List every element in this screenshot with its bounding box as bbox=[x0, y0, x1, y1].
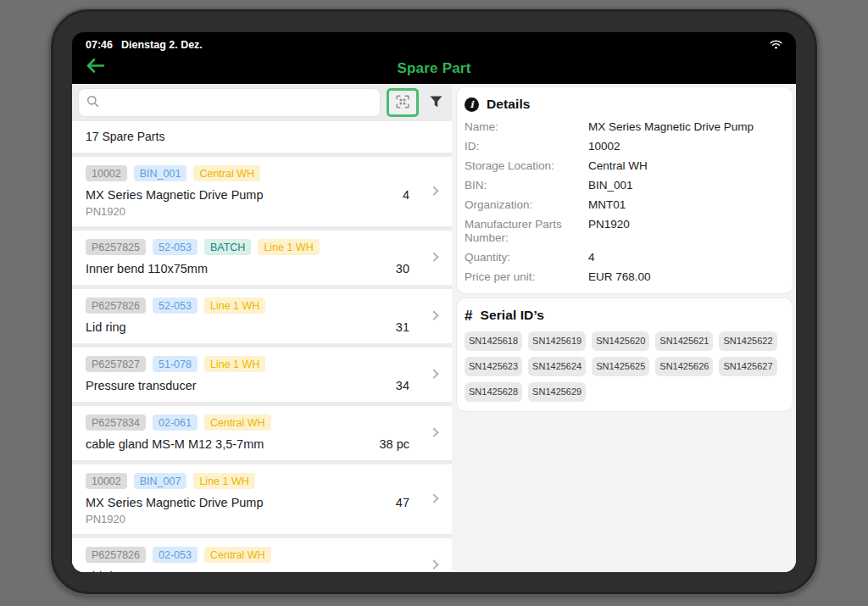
item-subtitle: PN1920 bbox=[86, 206, 438, 218]
spare-part-list-item[interactable]: 10002BIN_001Central WH MX Series Magneti… bbox=[72, 157, 452, 226]
item-title: cable gland MS-M M12 3,5-7mm bbox=[86, 436, 357, 452]
serial-chip: SN1425618 bbox=[465, 331, 522, 351]
filter-button[interactable] bbox=[425, 88, 447, 117]
badge: 02-061 bbox=[153, 414, 198, 431]
content: 17 Spare Parts 10002BIN_001Central WH MX… bbox=[72, 84, 796, 572]
item-subtitle: PN1920 bbox=[86, 514, 438, 525]
spare-parts-list: 17 Spare Parts 10002BIN_001Central WH MX… bbox=[72, 121, 452, 572]
detail-label: Name: bbox=[465, 120, 581, 134]
badge: 51-078 bbox=[153, 356, 198, 372]
page-title: Spare Part bbox=[397, 60, 470, 77]
spare-part-list-item[interactable]: 10002BIN_007Line 1 WH MX Series Magnetic… bbox=[72, 464, 452, 534]
detail-label: BIN: bbox=[465, 179, 581, 192]
item-quantity: 4 bbox=[403, 187, 409, 203]
badge: BIN_007 bbox=[134, 473, 187, 489]
item-title: MX Series Magnetic Drive Pump bbox=[86, 187, 357, 203]
serial-chip: SN1425619 bbox=[528, 331, 586, 351]
search-box[interactable] bbox=[78, 88, 381, 117]
item-quantity: 30 bbox=[396, 261, 409, 276]
details-header: i Details bbox=[465, 97, 785, 112]
details-title: Details bbox=[487, 97, 531, 112]
item-title-row: Lid ring 31 bbox=[86, 320, 438, 335]
item-quantity: 38 pc bbox=[380, 436, 409, 452]
detail-label: Quantity: bbox=[465, 251, 581, 264]
badge-row: P625782602-053Central WH bbox=[86, 547, 438, 563]
serial-chip: SN1425622 bbox=[719, 331, 776, 351]
search-input[interactable] bbox=[104, 96, 372, 109]
list-count: 17 Spare Parts bbox=[72, 121, 452, 153]
serial-chip-list: SN1425618SN1425619SN1425620SN1425621SN14… bbox=[465, 331, 785, 402]
badge: Central WH bbox=[193, 165, 260, 181]
back-button[interactable] bbox=[82, 54, 108, 80]
qr-scan-button[interactable] bbox=[387, 88, 419, 117]
info-circle-icon: i bbox=[465, 97, 479, 112]
detail-label: Storage Location: bbox=[465, 159, 581, 173]
serial-chip: SN1425628 bbox=[465, 382, 522, 402]
item-quantity: 47 bbox=[396, 495, 409, 510]
badge-row: 10002BIN_007Line 1 WH bbox=[86, 473, 438, 489]
detail-label: Organization: bbox=[465, 198, 581, 212]
serial-chip: SN1425626 bbox=[655, 357, 713, 376]
detail-value: BIN_001 bbox=[588, 179, 785, 192]
detail-value: EUR 768.00 bbox=[588, 270, 785, 284]
serial-chip: SN1425627 bbox=[719, 357, 776, 376]
badge: P6257826 bbox=[86, 547, 146, 563]
badge-row: P625782552-053BATCHLine 1 WH bbox=[86, 239, 438, 255]
serial-chip: SN1425624 bbox=[528, 357, 586, 376]
badge: Line 1 WH bbox=[258, 239, 319, 255]
details-card: i Details Name:MX Series Magnetic Drive … bbox=[457, 87, 793, 293]
badge: P6257827 bbox=[86, 356, 146, 372]
item-quantity: 70 pc bbox=[380, 569, 409, 572]
spare-part-list-item[interactable]: P625782552-053BATCHLine 1 WH Inner bend … bbox=[72, 231, 452, 285]
item-title-row: MX Series Magnetic Drive Pump 4 bbox=[86, 187, 438, 203]
badge: P6257825 bbox=[86, 239, 146, 255]
badge: P6257834 bbox=[86, 414, 146, 431]
search-icon bbox=[86, 95, 99, 111]
badge: 10002 bbox=[86, 473, 127, 489]
detail-value: 10002 bbox=[588, 140, 785, 153]
badge: Line 1 WH bbox=[204, 356, 265, 372]
badge: P6257826 bbox=[86, 297, 146, 314]
item-title-row: Lid ring 70 pc bbox=[86, 569, 438, 572]
serials-title: Serial ID’s bbox=[480, 308, 543, 323]
serial-chip: SN1425623 bbox=[465, 357, 522, 376]
item-title-row: Pressure transducer 34 bbox=[86, 378, 438, 393]
nav-bar: Spare Part bbox=[72, 53, 796, 84]
serial-chip: SN1425620 bbox=[592, 331, 649, 351]
wifi-icon bbox=[770, 40, 782, 49]
detail-panel: i Details Name:MX Series Magnetic Drive … bbox=[452, 84, 796, 572]
badge: Central WH bbox=[204, 547, 271, 563]
item-title: Pressure transducer bbox=[86, 378, 357, 393]
item-quantity: 34 bbox=[396, 378, 409, 393]
spare-part-list-item[interactable]: P625783402-061Central WH cable gland MS-… bbox=[72, 406, 452, 460]
item-title: Lid ring bbox=[86, 569, 357, 572]
detail-value: 4 bbox=[588, 251, 785, 264]
spare-part-list-item[interactable]: P625782602-053Central WH Lid ring 70 pc bbox=[72, 538, 452, 572]
screen: 07:46 Dienstag 2. Dez. Spare Part bbox=[72, 32, 796, 572]
serials-header: # Serial ID’s bbox=[465, 308, 785, 323]
badge: 02-053 bbox=[153, 547, 198, 563]
spare-parts-panel: 17 Spare Parts 10002BIN_001Central WH MX… bbox=[72, 84, 452, 572]
item-title-row: Inner bend 110x75mm 30 bbox=[86, 261, 438, 276]
spare-part-list-item[interactable]: P625782751-078Line 1 WH Pressure transdu… bbox=[72, 347, 452, 402]
badge: Line 1 WH bbox=[193, 473, 254, 489]
funnel-icon bbox=[430, 96, 442, 110]
serial-chip: SN1425621 bbox=[655, 331, 713, 351]
badge-row: 10002BIN_001Central WH bbox=[86, 165, 438, 181]
item-title-row: MX Series Magnetic Drive Pump 47 bbox=[86, 495, 438, 510]
badge: Central WH bbox=[204, 414, 271, 431]
badge-row: P625782652-053Line 1 WH bbox=[86, 297, 438, 314]
qr-scan-icon bbox=[396, 95, 409, 111]
spare-part-list-item[interactable]: P625782652-053Line 1 WH Lid ring 31 bbox=[72, 289, 452, 343]
detail-value: MX Series Magnetic Drive Pump bbox=[588, 120, 785, 134]
detail-value: PN1920 bbox=[588, 218, 785, 245]
badge: 52-053 bbox=[153, 239, 198, 255]
badge-row: P625782751-078Line 1 WH bbox=[86, 356, 438, 372]
status-time: 07:46 bbox=[86, 39, 113, 51]
item-quantity: 31 bbox=[396, 320, 409, 335]
tablet-frame: 07:46 Dienstag 2. Dez. Spare Part bbox=[49, 8, 819, 596]
detail-label: Manufacturer Parts Number: bbox=[465, 218, 581, 245]
badge-row: P625783402-061Central WH bbox=[86, 414, 438, 431]
badge: 10002 bbox=[86, 165, 127, 181]
item-title: Inner bend 110x75mm bbox=[86, 261, 357, 276]
